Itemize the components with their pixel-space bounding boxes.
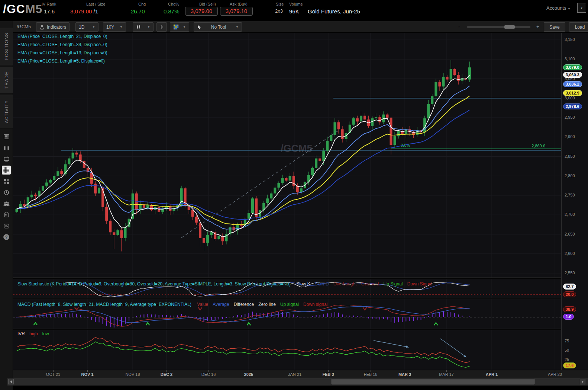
chart-canvas[interactable]: /GCM52,869.60.0% EMA (Price=CLOSE, Lengt… [13, 33, 588, 370]
macd-histogram-bar [450, 312, 451, 317]
accounts-menu[interactable]: Accounts ▼ [546, 5, 571, 11]
date-label: MAR 3 [392, 372, 418, 377]
macd-histogram-bar [106, 317, 107, 326]
macd-histogram-bar [61, 314, 62, 317]
macd-histogram-bar [114, 317, 114, 327]
date-label: FEB 3 [315, 372, 341, 377]
legend-item: Slow D [315, 281, 329, 287]
watchlist-icon[interactable] [2, 143, 11, 152]
chart-icon[interactable] [2, 166, 11, 175]
chg-value: 26.70 [131, 8, 145, 15]
macd-histogram-bar [155, 314, 156, 317]
sidebar-tab-positions[interactable]: POSITIONS [0, 28, 13, 65]
save-button[interactable]: Save [544, 22, 565, 32]
date-label: FEB 18 [358, 372, 384, 377]
macd-histogram-bar [256, 313, 256, 317]
date-axis[interactable]: OCT 21NOV 1NOV 18DEC 2DEC 162025JAN 21FE… [13, 370, 588, 378]
date-tick [555, 370, 555, 372]
macd-histogram-bar [237, 315, 238, 317]
zoom-out-button[interactable]: - [458, 24, 460, 29]
macd-histogram-bar [241, 315, 242, 317]
date-label: DEC 16 [196, 372, 222, 377]
date-label: APR 1 [479, 372, 505, 377]
chart-toolbar: /GCM5 Indicators 1D▼ 10Y▼ ▼ ▼ No Tool▼ -… [13, 21, 588, 33]
macd-histogram-bar [376, 317, 377, 319]
price-tick-label: 2,950 [565, 115, 575, 119]
candle-body [53, 176, 55, 180]
help-icon[interactable]: ? [2, 233, 11, 242]
study-label-ema34[interactable]: EMA (Price=CLOSE, Length=34, Displace=0) [17, 42, 107, 47]
candlestick-icon [136, 25, 141, 30]
indicator-value-bubble: 17.6 [563, 362, 576, 368]
indicators-button[interactable]: Indicators [36, 22, 70, 32]
candle-body [270, 194, 272, 199]
bid-button[interactable]: 3,079.00 [185, 7, 218, 16]
scroll-left-button[interactable] [8, 379, 14, 384]
chevron-down-icon: ▼ [120, 25, 123, 29]
zoom-slider-handle[interactable] [504, 25, 515, 29]
calendar-event-icon[interactable] [2, 210, 11, 219]
macd-histogram-bar [368, 317, 369, 319]
study-label-ema21[interactable]: EMA (Price=CLOSE, Length=21, Displace=0) [17, 34, 107, 39]
timeframe-dropdown[interactable]: 1D▼ [75, 22, 98, 32]
candle-body [352, 118, 355, 125]
macd-histogram-bar [413, 317, 414, 321]
load-button[interactable]: Load [569, 22, 588, 32]
quote-header: /GCM5 IV Rank 17.6 Last / Size 3,079.00 … [0, 0, 588, 20]
monitor-icon[interactable] [2, 154, 11, 163]
scroll-right-button[interactable] [580, 379, 585, 384]
history-clock-icon[interactable] [2, 188, 11, 197]
collapse-panel-button[interactable]: ‹ [577, 3, 586, 13]
macd-study-label[interactable]: MACD (Fast length=8, Slow length=21, MAC… [17, 302, 332, 307]
horizontal-scrollbar[interactable] [7, 378, 588, 386]
zoom-slider[interactable] [467, 26, 530, 28]
legend-item: Average [213, 302, 229, 307]
drawing-tool-dropdown[interactable]: No Tool▼ [194, 22, 242, 32]
dashboard-grid-icon[interactable] [2, 177, 11, 186]
price-chart-svg[interactable]: /GCM52,869.60.0% [13, 33, 561, 370]
candle-body [468, 67, 471, 79]
candle-body [281, 178, 284, 183]
candle-body [203, 238, 205, 243]
range-dropdown[interactable]: 10Y▼ [103, 22, 126, 32]
last-size-label: Last / Size [86, 2, 120, 6]
people-icon[interactable] [2, 199, 11, 208]
macd-histogram-bar [162, 315, 163, 317]
candle-body [135, 194, 138, 210]
news-icon[interactable] [2, 132, 11, 141]
candle-body [72, 153, 74, 159]
candle-body [326, 141, 329, 151]
layout-grid-dropdown[interactable]: ▼ [170, 22, 189, 32]
macd-histogram-bar [361, 316, 361, 317]
chart-type-dropdown[interactable]: ▼ [133, 22, 154, 32]
ivr-study-label[interactable]: IVRhighlow [17, 331, 54, 336]
macd-histogram-bar [132, 317, 133, 317]
sidebar-tab-activity[interactable]: ACTIVITY [0, 95, 13, 128]
sidebar-tab-trade[interactable]: TRADE [0, 67, 13, 93]
macd-histogram-bar [379, 317, 380, 319]
candle-body [199, 223, 201, 238]
macd-histogram-bar [447, 312, 448, 317]
ask-button[interactable]: 3,079.10 [220, 7, 253, 16]
date-label: NOV 1 [74, 372, 100, 377]
zoom-in-button[interactable]: + [536, 24, 539, 29]
level-price-label: 2,869.6 [532, 144, 545, 148]
triangle-right-icon [582, 380, 584, 383]
macd-histogram-bar [282, 312, 283, 317]
candle-body [457, 75, 460, 81]
candle-body [394, 136, 396, 145]
chart-settings-button[interactable] [156, 22, 167, 32]
scrollbar-thumb[interactable] [332, 379, 534, 384]
date-tick [53, 370, 54, 372]
function-key-icon[interactable] [2, 221, 11, 230]
study-label-ema5[interactable]: EMA (Price=CLOSE, Length=5, Displace=0) [17, 58, 105, 64]
study-label-ema13[interactable]: EMA (Price=CLOSE, Length=13, Displace=0) [17, 50, 107, 55]
candle-body [397, 131, 400, 137]
macd-histogram-bar [394, 317, 395, 323]
study-title: Slow Stochastic (K Period=14, D Period=9… [17, 281, 292, 287]
macd-histogram-bar [290, 313, 290, 317]
stochastic-study-label[interactable]: Slow Stochastic (K Period=14, D Period=9… [17, 281, 437, 287]
price-axis[interactable]: 3,1503,1003,0503,0002,9502,9002,8502,800… [561, 33, 588, 370]
candle-body [337, 122, 340, 130]
candle-body [195, 217, 198, 223]
